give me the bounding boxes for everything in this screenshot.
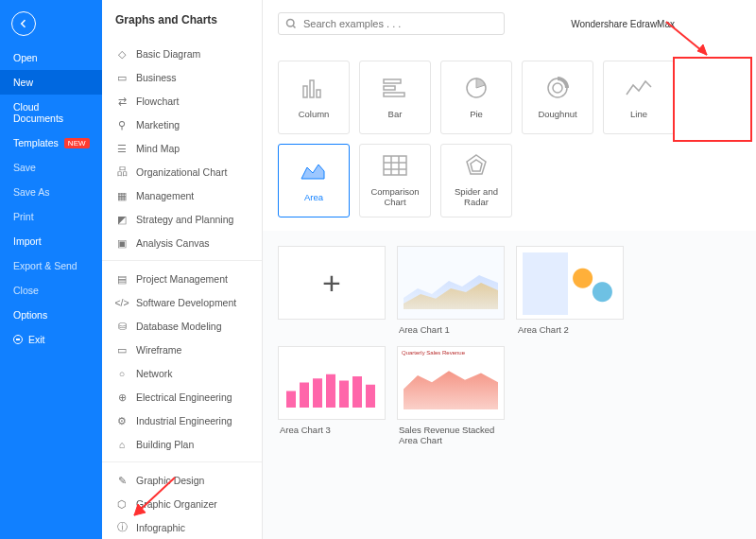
category-label: Organizational Chart [136, 166, 227, 178]
category-item-analysis-canvas[interactable]: ▣Analysis Canvas [102, 231, 262, 254]
tile-label: Doughnut [538, 109, 576, 119]
category-item-project-management[interactable]: ▤Project Management [102, 267, 262, 290]
category-item-business[interactable]: ▭Business [102, 65, 262, 89]
category-item-wireframe[interactable]: ▭Wireframe [102, 338, 262, 361]
annotation-arrow-top [662, 17, 718, 64]
category-label: Project Management [136, 273, 228, 285]
category-label: Electrical Engineering [136, 391, 232, 403]
tile-label: Column [299, 109, 330, 119]
category-icon: ○ [115, 367, 129, 380]
sidebar-item-label: Templates [13, 137, 59, 148]
category-item-strategy-and-planning[interactable]: ◩Strategy and Planning [102, 207, 262, 231]
annotation-highlight-box [673, 57, 752, 142]
chart-type-area[interactable]: Area [278, 144, 350, 217]
category-item-mind-map[interactable]: ☰Mind Map [102, 136, 262, 160]
svg-rect-2 [310, 80, 314, 97]
category-item-network[interactable]: ○Network [102, 361, 262, 385]
sidebar-item-label: Export & Send [13, 260, 77, 271]
chart-type-line[interactable]: Line [603, 61, 675, 134]
category-list[interactable]: ◇Basic Diagram▭Business⇄Flowchart⚲Market… [102, 36, 262, 539]
sidebar-item-label: Exit [28, 334, 45, 345]
sidebar-item-cloud-documents[interactable]: Cloud Documents [0, 95, 102, 130]
sidebar-item-open[interactable]: Open [0, 45, 102, 70]
template-thumbnail [278, 346, 386, 420]
sidebar-item-label: Close [13, 285, 39, 296]
svg-rect-4 [384, 79, 401, 83]
category-icon: ▦ [115, 189, 129, 202]
tile-label: Spider and Radar [441, 186, 511, 207]
template-thumbnail [397, 246, 505, 320]
category-label: Flowchart [136, 96, 180, 107]
category-item-marketing[interactable]: ⚲Marketing [102, 113, 262, 136]
category-item-electrical-engineering[interactable]: ⊕Electrical Engineering [102, 385, 262, 409]
sidebar-item-templates[interactable]: TemplatesNEW [0, 130, 102, 155]
category-title: Graphs and Charts [102, 0, 262, 36]
template-new-blank[interactable]: + [278, 246, 386, 335]
radar-icon [462, 154, 490, 177]
chart-type-column[interactable]: Column [278, 61, 350, 134]
chart-type-pie[interactable]: Pie [440, 61, 512, 134]
search-input[interactable] [278, 12, 505, 35]
plus-icon: + [322, 265, 341, 302]
template-area-chart-2[interactable]: Area Chart 2 [516, 246, 624, 335]
svg-marker-10 [301, 165, 324, 179]
sidebar-item-new[interactable]: New [0, 70, 102, 95]
svg-marker-17 [471, 160, 482, 171]
sidebar-item-label: Save As [13, 186, 50, 198]
category-icon: ◇ [115, 47, 129, 61]
sidebar-item-label: Save [13, 162, 36, 173]
back-button[interactable] [11, 11, 36, 36]
category-item-basic-diagram[interactable]: ◇Basic Diagram [102, 42, 262, 65]
category-label: Mind Map [136, 143, 180, 154]
sidebar-item-options[interactable]: Options [0, 303, 102, 327]
sidebar-item-label: Open [13, 52, 38, 63]
sidebar-item-print[interactable]: Print [0, 204, 102, 229]
category-item-building-plan[interactable]: ⌂Building Plan [102, 432, 262, 456]
category-item-organizational-chart[interactable]: 品Organizational Chart [102, 160, 262, 183]
category-label: Basic Diagram [136, 48, 200, 60]
chart-type-doughnut[interactable]: Doughnut [522, 61, 593, 134]
template-label: Sales Revenue Stacked Area Chart [397, 420, 505, 445]
chart-type-spider-and-radar[interactable]: Spider and Radar [440, 144, 512, 217]
sidebar-item-import[interactable]: Import [0, 229, 102, 253]
template-sales-revenue-stacked-area-chart[interactable]: Quarterly Sales RevenueSales Revenue Sta… [397, 346, 505, 445]
category-item-management[interactable]: ▦Management [102, 183, 262, 207]
template-area-chart-3[interactable]: Area Chart 3 [278, 346, 386, 445]
category-label: Marketing [136, 119, 180, 130]
thumbnail-title: Quarterly Sales Revenue [402, 350, 465, 356]
sidebar-item-export-send[interactable]: Export & Send [0, 253, 102, 278]
svg-rect-5 [384, 86, 395, 90]
sidebar-item-close[interactable]: Close [0, 278, 102, 303]
template-label: Area Chart 1 [397, 320, 505, 335]
annotation-arrow-bottom [123, 473, 189, 525]
sidebar-item-save[interactable]: Save [0, 155, 102, 180]
category-item-database-modeling[interactable]: ⛁Database Modeling [102, 314, 262, 338]
category-panel: Graphs and Charts ◇Basic Diagram▭Busines… [102, 0, 263, 539]
category-icon: ▭ [115, 343, 129, 356]
sidebar-item-exit[interactable]: Exit [0, 327, 102, 352]
category-item-software-development[interactable]: </>Software Development [102, 290, 262, 314]
sidebar-item-label: Cloud Documents [13, 101, 89, 124]
category-icon: ☰ [115, 142, 129, 155]
pie-icon [462, 77, 490, 99]
chart-type-comparison-chart[interactable]: Comparison Chart [359, 144, 431, 217]
chart-type-bar[interactable]: Bar [359, 61, 431, 134]
category-icon: ▤ [115, 272, 129, 286]
category-icon: ⇄ [115, 95, 129, 108]
category-icon: ▭ [115, 71, 129, 84]
arrow-left-icon [18, 18, 29, 29]
category-label: Industrial Engineering [136, 415, 232, 426]
sidebar-item-label: New [13, 77, 33, 88]
category-label: Analysis Canvas [136, 237, 210, 249]
category-icon: </> [115, 296, 129, 309]
window-title: Wondershare EdrawMax [571, 19, 675, 29]
category-item-industrial-engineering[interactable]: ⚙Industrial Engineering [102, 409, 262, 432]
category-icon: ⊕ [115, 391, 129, 404]
sidebar-item-save-as[interactable]: Save As [0, 180, 102, 204]
template-area-chart-1[interactable]: Area Chart 1 [397, 246, 505, 335]
category-item-flowchart[interactable]: ⇄Flowchart [102, 89, 262, 113]
category-label: Database Modeling [136, 321, 221, 332]
svg-rect-11 [384, 156, 406, 175]
exit-icon [13, 335, 23, 344]
line-icon [625, 77, 653, 99]
